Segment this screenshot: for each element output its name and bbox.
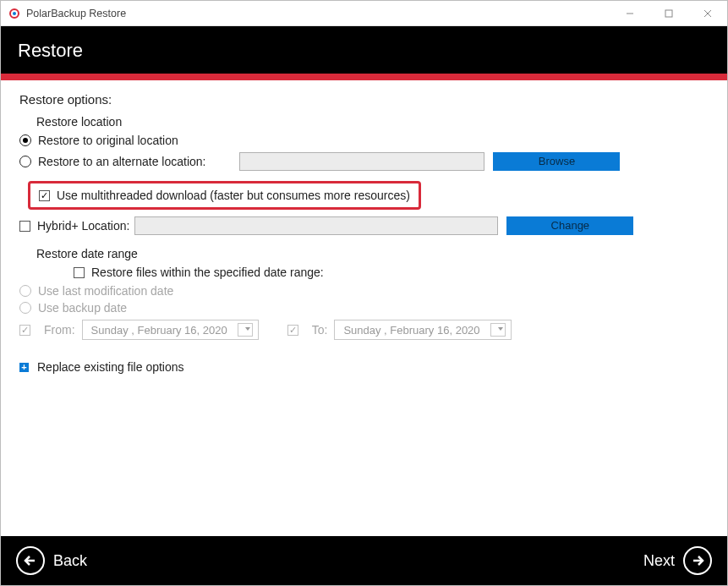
multithread-checkbox[interactable] [39,190,50,201]
radio-alternate[interactable] [19,156,31,167]
alternate-path-input[interactable] [239,152,484,171]
arrow-left-icon [16,546,45,575]
date-range-within-row[interactable]: Restore files within the specified date … [74,266,709,279]
expand-plus-icon[interactable]: + [19,363,29,372]
window-title: PolarBackup Restore [26,8,126,19]
use-backup-row: Use backup date [19,301,709,315]
close-button[interactable] [688,1,727,26]
change-button[interactable]: Change [506,216,633,235]
svg-rect-3 [665,10,672,17]
browse-button[interactable]: Browse [493,152,620,171]
radio-original-label: Restore to original location [38,134,178,147]
titlebar: PolarBackup Restore [1,1,727,26]
date-range-heading: Restore date range [36,247,709,260]
use-mod-label: Use last modification date [38,284,173,298]
hybrid-path-input[interactable] [134,216,498,235]
calendar-icon [490,323,506,337]
from-date-picker: Sunday , February 16, 2020 [82,320,259,340]
page-banner: Restore [1,26,727,74]
replace-options-label: Replace existing file options [37,360,184,374]
app-window: PolarBackup Restore Restore Restore opti… [0,0,728,586]
minimize-button[interactable] [610,1,649,26]
from-date-value: Sunday , February 16, 2020 [91,324,227,337]
next-button[interactable]: Next [643,546,712,575]
hybrid-checkbox[interactable] [19,221,30,232]
to-date-value: Sunday , February 16, 2020 [343,324,479,337]
date-range-checkbox[interactable] [74,267,85,278]
next-label: Next [643,552,675,570]
use-mod-row: Use last modification date [19,284,709,298]
back-label: Back [53,552,87,570]
page-heading: Restore [18,40,83,61]
maximize-button[interactable] [649,1,688,26]
arrow-right-icon [683,546,712,575]
radio-alternate-label: Restore to an alternate location: [38,155,205,168]
to-checkbox [287,325,298,336]
from-checkbox [19,325,30,336]
restore-location-heading: Restore location [36,115,709,129]
date-range-within-label: Restore files within the specified date … [91,266,324,279]
to-label: To: [312,323,328,337]
back-button[interactable]: Back [16,546,87,575]
date-pickers-row: From: Sunday , February 16, 2020 To: Sun… [19,320,709,340]
radio-alternate-row[interactable]: Restore to an alternate location: Browse [19,152,709,171]
hybrid-row: Hybrid+ Location: Change [19,216,709,235]
hybrid-label: Hybrid+ Location: [37,219,129,233]
radio-original-row[interactable]: Restore to original location [19,134,709,147]
restore-options-title: Restore options: [19,92,709,107]
content-area: Restore options: Restore location Restor… [1,80,727,536]
svg-point-1 [13,12,16,15]
to-date-picker: Sunday , February 16, 2020 [334,320,511,340]
accent-strip [1,74,727,80]
from-label: From: [44,323,75,337]
radio-original[interactable] [19,134,31,146]
multithread-highlight: Use multithreaded download (faster but c… [28,181,421,210]
app-icon [8,7,21,20]
multithread-label: Use multithreaded download (faster but c… [57,189,410,202]
radio-use-backup [19,302,31,314]
calendar-icon [238,323,253,337]
radio-use-mod [19,285,31,297]
window-controls [610,1,727,26]
replace-options-row[interactable]: + Replace existing file options [19,360,709,374]
use-backup-label: Use backup date [38,301,127,315]
footer-bar: Back Next [1,536,727,585]
